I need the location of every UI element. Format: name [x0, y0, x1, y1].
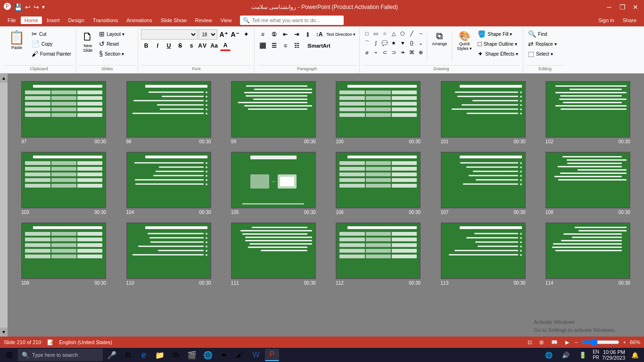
font-color-button[interactable]: A — [220, 41, 231, 51]
signin-button[interactable]: Sign in — [594, 16, 618, 24]
clear-formatting-button[interactable]: ✦ — [241, 29, 251, 40]
scroll-down-button[interactable]: ▼ — [0, 328, 8, 337]
close-button[interactable]: ✕ — [631, 2, 640, 12]
slide-cell[interactable]: 00:30 112 — [326, 219, 430, 289]
cortana-button[interactable]: 🎤 — [105, 349, 119, 361]
slide-cell[interactable]: 00:30 108 — [536, 148, 640, 219]
copy-button[interactable]: 📄 Copy — [30, 39, 73, 49]
shape-row3-5[interactable]: ❧ — [398, 48, 407, 57]
circle-shape[interactable]: ○ — [380, 29, 389, 38]
shape-fill-button[interactable]: 🪣 Shape Fill ▾ — [476, 29, 520, 39]
volume-icon[interactable]: 🔊 — [559, 349, 573, 361]
brace-shape[interactable]: {} — [407, 39, 416, 47]
slide-cell[interactable]: 00:30 111 — [221, 219, 326, 289]
quick-access-save[interactable]: 💾 — [14, 3, 22, 11]
shape-row3-2[interactable]: ⌁ — [372, 48, 380, 57]
replace-button[interactable]: ⇄ Replace ▾ — [526, 39, 564, 49]
shape-row3-3[interactable]: ⊂ — [380, 48, 389, 57]
bullets-button[interactable]: ≡ — [257, 29, 268, 40]
slide-cell[interactable]: 00:30 100 — [326, 77, 430, 148]
slide-cell[interactable]: 00:30 101 — [430, 77, 535, 148]
search-input[interactable] — [250, 17, 341, 23]
heart-shape[interactable]: ♥ — [398, 39, 407, 47]
arrange-button[interactable]: ⧉ Arrange — [429, 29, 450, 48]
shape-effects-button[interactable]: ✦ Shape Effects ▾ — [476, 49, 520, 58]
notifications-button[interactable]: 🔔 — [628, 349, 642, 361]
quick-styles-button[interactable]: 🎨 QuickStyles ▾ — [454, 29, 475, 53]
slide-cell[interactable]: 00:30 106 — [326, 148, 430, 219]
freeform-shape[interactable]: ∫ — [372, 39, 380, 47]
slide-panel[interactable]: 00:30 102 — [8, 74, 644, 337]
minimize-button[interactable]: ─ — [604, 2, 614, 12]
store-icon[interactable]: 🛍 — [169, 349, 183, 361]
select-button[interactable]: ⬚ Select ▾ — [526, 49, 564, 58]
menu-review[interactable]: Review — [191, 16, 216, 24]
justify-button[interactable]: ☷ — [291, 41, 302, 51]
word-icon[interactable]: W — [249, 349, 263, 361]
font-increase-button[interactable]: A⁺ — [218, 29, 229, 40]
line-shape[interactable]: ╱ — [407, 29, 416, 38]
slide-cell[interactable]: 00:30 97 — [11, 77, 116, 148]
media-icon[interactable]: 🎬 — [185, 349, 199, 361]
underline-button[interactable]: U — [164, 41, 174, 51]
font-name-select[interactable] — [141, 29, 198, 40]
italic-button[interactable]: I — [152, 41, 163, 51]
char-spacing-button[interactable]: AV — [198, 41, 208, 51]
reading-view-button[interactable]: 📖 — [549, 338, 560, 346]
center-button[interactable]: ☰ — [269, 41, 279, 51]
menu-file[interactable]: File — [4, 16, 20, 24]
battery-icon[interactable]: 🔋 — [576, 349, 590, 361]
paste-button[interactable]: 📋 Paste — [5, 29, 29, 52]
arrow-shape[interactable]: → — [416, 29, 425, 38]
callout-shape[interactable]: 💬 — [380, 39, 389, 47]
slide-cell[interactable]: → 00:30 105 — [221, 148, 326, 219]
new-slide-button[interactable]: 🗋 NewSlide — [79, 29, 96, 55]
slide-cell[interactable]: 00:30 107 — [430, 148, 535, 219]
columns-button[interactable]: ⫿ — [303, 29, 313, 40]
text-shadow-button[interactable]: s — [186, 41, 197, 51]
app8-icon[interactable]: 🖌 — [233, 349, 247, 361]
chrome-icon[interactable]: 🌐 — [201, 349, 215, 361]
font-decrease-button[interactable]: A⁻ — [230, 29, 240, 40]
menu-home[interactable]: Home — [21, 16, 42, 24]
share-button[interactable]: Share — [619, 16, 640, 24]
curve-shape[interactable]: ⌒ — [363, 39, 371, 47]
powerpoint-taskbar-icon[interactable]: P — [265, 349, 279, 361]
smartart-button[interactable]: SmartArt — [314, 41, 324, 51]
rect-shape[interactable]: □ — [363, 29, 371, 38]
zoom-in-button[interactable]: + — [623, 339, 626, 345]
slideshow-button[interactable]: ▶ — [563, 338, 571, 346]
edge-icon[interactable]: e — [137, 349, 151, 361]
pentagon-shape[interactable]: ⬠ — [398, 29, 407, 38]
section-button[interactable]: § Section ▾ — [97, 49, 135, 58]
shape-outline-button[interactable]: □ Shape Outline ▾ — [476, 39, 520, 49]
app7-icon[interactable]: ✒ — [217, 349, 231, 361]
network-icon[interactable]: 🌐 — [542, 349, 556, 361]
slide-cell[interactable]: 00:30 109 — [11, 219, 116, 289]
slide-cell[interactable]: 00:30 104 — [116, 148, 221, 219]
notes-icon[interactable]: 📝 — [47, 339, 54, 346]
shape-row3-6[interactable]: ⌘ — [407, 48, 416, 57]
task-view-button[interactable]: ⧉ — [121, 349, 135, 361]
normal-view-button[interactable]: ⊡ — [526, 338, 534, 346]
align-left-button[interactable]: ⬛ — [257, 41, 268, 51]
find-button[interactable]: 🔍 Find — [526, 29, 564, 39]
slide-cell[interactable]: 00:30 99 — [221, 77, 326, 148]
datetime-display[interactable]: 10:06 PM 7/29/2023 — [602, 349, 625, 361]
layout-button[interactable]: ⊞ Layout ▾ — [97, 29, 135, 39]
text-direction-button[interactable]: ↕A — [314, 29, 324, 40]
file-explorer-icon[interactable]: 📁 — [153, 349, 167, 361]
star-shape[interactable]: ★ — [389, 39, 398, 47]
menu-view[interactable]: View — [217, 16, 236, 24]
shape-row3-4[interactable]: ⊃ — [389, 48, 398, 57]
bold-button[interactable]: B — [141, 41, 151, 51]
slide-cell[interactable]: 00:30 103 — [11, 148, 116, 219]
quick-access-undo[interactable]: ↩ — [25, 3, 31, 11]
slide-cell[interactable]: 00:30 102 — [536, 77, 640, 148]
slide-cell[interactable]: 00:30 113 — [430, 219, 535, 289]
quick-access-redo[interactable]: ↪ — [33, 3, 39, 11]
triangle-shape[interactable]: △ — [389, 29, 398, 38]
zoom-out-button[interactable]: − — [575, 339, 578, 345]
slide-cell[interactable]: 00:30 110 — [116, 219, 221, 289]
scroll-up-button[interactable]: ▲ — [0, 74, 8, 82]
